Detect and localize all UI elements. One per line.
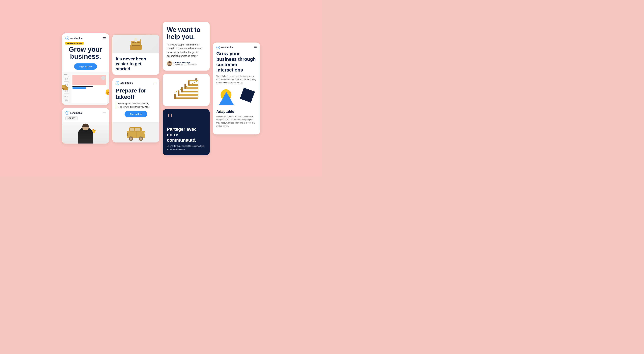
cash-register-svg	[128, 36, 144, 51]
author-row: Armand Thibarge Founder & CEO - SendinBl…	[167, 61, 206, 66]
van-svg	[125, 124, 147, 141]
person-figure: ✋	[76, 125, 95, 144]
grow-headline: Grow your business.	[62, 46, 109, 60]
van-image	[112, 122, 159, 143]
float-box-left	[62, 83, 68, 91]
mockup-circle	[101, 76, 106, 80]
help-quote: " I always keep in mind where I come fro…	[167, 43, 206, 58]
signup-button-takeoff[interactable]: Sign up free	[124, 111, 147, 117]
card-agency: sendinblue AGENCY	[62, 108, 109, 144]
person-head	[82, 124, 89, 130]
partager-body: La refonte de notre identité concerne to…	[167, 145, 206, 151]
takeoff-headline: Prepare for takeoff	[116, 87, 156, 100]
hamburger-interactions[interactable]	[254, 47, 256, 48]
blue-triangle-shape	[219, 92, 234, 105]
agency-header: sendinblue	[62, 108, 109, 117]
svg-rect-30	[135, 128, 140, 131]
col-2: It's never been easier to get started se…	[112, 35, 159, 143]
adaptable-title: Adaptable	[216, 109, 256, 114]
svg-rect-49	[184, 84, 186, 89]
quote-decoration: "	[167, 113, 206, 124]
logo-text-agency: sendinblue	[70, 112, 82, 114]
page-root: sendinblue EMAIL MARKETING Grow your bus…	[0, 0, 644, 354]
interactions-body: Grow your business through customer inte…	[213, 51, 260, 134]
svg-rect-22	[135, 38, 137, 42]
svg-rect-29	[130, 128, 134, 131]
scale-wrapper: sendinblue EMAIL MARKETING Grow your bus…	[0, 0, 322, 177]
sendinblue-logo-icon-agency	[66, 111, 69, 115]
svg-rect-47	[181, 87, 183, 92]
hamburger-takeoff[interactable]	[154, 82, 156, 84]
svg-rect-23	[140, 41, 141, 46]
sendinblue-logo-icon-1	[66, 37, 69, 40]
svg-point-41	[168, 62, 171, 63]
partager-headline: Partager avec notre communauté.	[167, 126, 206, 143]
agency-person-area: ✋	[62, 122, 109, 144]
hand-gesture: ✋	[90, 128, 97, 134]
takeoff-body: Prepare for takeoff The complete sales &…	[112, 87, 159, 122]
svg-rect-44	[178, 94, 198, 96]
mockup-bar-dark	[72, 86, 93, 87]
staircase-svg	[173, 77, 200, 102]
person-body: ✋	[78, 127, 93, 144]
card-grow-header: sendinblue	[62, 34, 109, 42]
shapes-container	[216, 88, 256, 106]
col-3: We want to help you. " I always keep in …	[163, 22, 210, 155]
svg-rect-25	[132, 45, 140, 46]
navy-rect-shape	[240, 88, 255, 103]
author-avatar	[167, 61, 172, 66]
sendinblue-logo-icon-takeoff	[116, 81, 120, 85]
hamburger-agency[interactable]	[103, 112, 106, 114]
easier-headline: It's never been easier to get started	[116, 56, 156, 72]
sidebar-item-4	[64, 98, 69, 103]
easier-body: It's never been easier to get started	[112, 53, 159, 75]
svg-rect-52	[174, 92, 175, 98]
hamburger-1[interactable]	[103, 38, 106, 39]
help-headline: We want to help you.	[167, 26, 206, 40]
author-info: Armand Thibarge Founder & CEO - SendinBl…	[174, 62, 197, 66]
svg-rect-46	[181, 91, 198, 92]
interactions-headline: Grow your business through customer inte…	[216, 51, 256, 73]
logo-text-1: sendinblue	[70, 37, 82, 40]
card-easier: It's never been easier to get started	[112, 35, 159, 75]
easier-image	[112, 35, 159, 53]
svg-rect-21	[138, 42, 140, 43]
adaptable-body: By taking a modular approach, we enable …	[216, 115, 256, 128]
svg-rect-36	[144, 132, 145, 134]
svg-rect-17	[132, 42, 133, 43]
interactions-header: sendinblue	[213, 43, 260, 51]
avatar-svg	[167, 61, 172, 66]
card-takeoff: sendinblue Prepare for takeoff The compl…	[112, 78, 159, 142]
design-label: Design	[64, 74, 70, 75]
mockup-main	[72, 74, 107, 103]
svg-marker-3	[62, 85, 66, 88]
logo-text-takeoff: sendinblue	[120, 82, 133, 84]
svg-rect-55	[188, 80, 198, 81]
badge-agency-wrapper: AGENCY	[62, 117, 109, 122]
mockup-bar-blue	[72, 88, 86, 89]
canvas: sendinblue EMAIL MARKETING Grow your bus…	[0, 0, 322, 177]
signup-button-1[interactable]: Sign up free	[74, 64, 97, 70]
card-interactions: sendinblue Grow your business through cu…	[213, 43, 260, 134]
author-name: Armand Thibarge	[174, 62, 197, 64]
logo-row-interactions: sendinblue	[216, 46, 234, 49]
svg-rect-48	[184, 87, 198, 89]
takeoff-quote-bar: The complete sales & marketing toolbox w…	[116, 102, 156, 108]
card-grow-business: sendinblue EMAIL MARKETING Grow your bus…	[62, 34, 109, 105]
svg-rect-51	[188, 81, 190, 86]
logo-row-agency: sendinblue	[66, 111, 82, 115]
author-title: Founder & CEO - SendinBlue	[174, 64, 197, 66]
svg-rect-37	[127, 133, 128, 136]
interactions-body-text: We help businesses meet their customers:…	[216, 75, 256, 84]
svg-point-24	[140, 40, 142, 41]
header-label: Header	[64, 95, 70, 97]
logo-row-1: sendinblue	[66, 37, 82, 40]
takeoff-quote: The complete sales & marketing toolbox w…	[118, 102, 156, 108]
card-help: We want to help you. " I always keep in …	[163, 22, 210, 71]
svg-rect-18	[133, 42, 134, 43]
float-hand-right: 🤜	[105, 88, 109, 97]
card-staircase	[163, 74, 210, 106]
svg-rect-42	[174, 97, 198, 99]
svg-rect-45	[178, 91, 180, 96]
svg-rect-53	[198, 81, 198, 98]
